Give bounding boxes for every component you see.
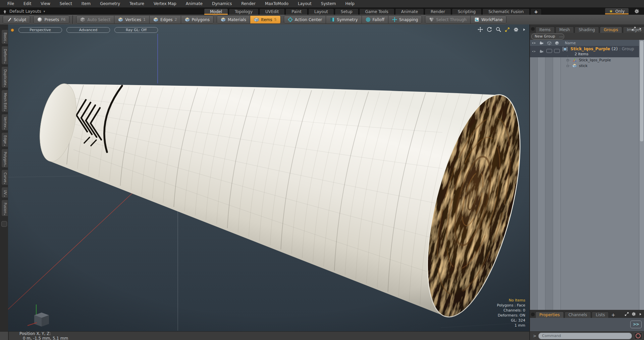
zoom-icon[interactable] — [496, 27, 501, 32]
tab-topology[interactable]: Topology — [229, 8, 259, 15]
polygons-mode-button[interactable]: Polygons — [181, 16, 213, 23]
tab-shading[interactable]: Shading — [575, 26, 599, 33]
menu-dynamics[interactable]: Dynamics — [207, 1, 236, 6]
vertices-mode-button[interactable]: Vertices 1 — [114, 16, 150, 23]
panel-gear-icon[interactable] — [632, 312, 636, 316]
tab-mesh[interactable]: Mesh ... — [555, 26, 574, 33]
panel-expand-icon[interactable] — [632, 26, 636, 31]
menu-animate[interactable]: Animate — [181, 1, 207, 6]
command-history-button[interactable] — [634, 332, 642, 340]
menu-system[interactable]: System — [316, 1, 341, 6]
presets-button[interactable]: Presets F6 — [34, 16, 69, 23]
tab-render[interactable]: Render — [425, 8, 451, 15]
panel-flyout-icon[interactable] — [639, 313, 642, 316]
tab-model[interactable]: Model — [204, 8, 228, 15]
viewport-state-dot[interactable] — [11, 28, 14, 32]
tree-expand-bullet[interactable] — [567, 65, 569, 67]
menu-edit[interactable]: Edit — [19, 1, 36, 6]
shading-mode-button[interactable]: Advanced — [66, 27, 110, 33]
add-panel-tab-button[interactable]: + — [609, 312, 617, 318]
overflow-button[interactable]: >> — [630, 321, 642, 328]
menu-maxtomodo[interactable]: MaxToModo — [260, 1, 293, 6]
scrollbar-thumb[interactable] — [640, 41, 643, 141]
sculpt-button[interactable]: Sculpt — [3, 16, 30, 23]
menu-texture[interactable]: Texture — [125, 1, 149, 6]
group-row-stick-iqos-purple[interactable]: Stick_Iqos_Purple (2) : Group 2 Items — [530, 46, 639, 57]
tool-tab-deform[interactable]: Deform — [1, 46, 8, 64]
tab-groups[interactable]: Groups — [600, 26, 622, 33]
tool-tab-basic[interactable]: Basic — [1, 29, 8, 44]
menu-view[interactable]: View — [36, 1, 55, 6]
materials-mode-button[interactable]: Materials — [217, 16, 250, 23]
tab-layout[interactable]: Layout — [308, 8, 334, 15]
3d-scene-canvas[interactable] — [8, 24, 529, 331]
tab-channels[interactable]: Channels — [565, 312, 591, 318]
workplane-button[interactable]: WorkPlane — [471, 16, 506, 23]
group-toggle-checkbox[interactable] — [554, 49, 560, 53]
maximize-icon[interactable] — [505, 27, 510, 32]
add-layout-tab-button[interactable]: + — [530, 8, 542, 15]
auto-select-toggle[interactable]: Auto Select — [76, 16, 114, 23]
menu-render[interactable]: Render — [236, 1, 260, 6]
tool-tab-duplicate[interactable]: Duplicate — [1, 66, 8, 88]
tree-scrollbar[interactable] — [639, 40, 644, 310]
shaded-toggle-icon[interactable] — [555, 41, 559, 45]
group-toggle-checkbox[interactable] — [546, 49, 552, 53]
menu-layout[interactable]: Layout — [293, 1, 316, 6]
render-toggle-icon[interactable] — [539, 41, 544, 45]
menu-help[interactable]: Help — [341, 1, 359, 6]
select-through-toggle[interactable]: Select Through — [425, 16, 471, 23]
tool-tab-uv[interactable]: UV — [1, 187, 8, 198]
tree-item-stick[interactable]: stick — [530, 63, 639, 69]
tool-tab-polygon[interactable]: Polygon — [1, 149, 8, 168]
items-mode-button[interactable]: Items 5 — [250, 16, 280, 23]
layout-gear-icon[interactable] — [634, 9, 639, 14]
tool-tab-vertex[interactable]: Vertex — [1, 114, 8, 131]
3d-viewport[interactable]: Perspective Advanced Ray GL: Off No Item… — [8, 24, 529, 331]
menu-geometry[interactable]: Geometry — [95, 1, 125, 6]
row-eye-icon[interactable] — [532, 49, 536, 54]
tab-properties[interactable]: Properties — [535, 312, 564, 318]
raygl-mode-button[interactable]: Ray GL: Off — [114, 27, 158, 33]
visibility-eye-icon[interactable] — [532, 41, 536, 45]
tree-item-stick-iqos-purple[interactable]: Stick_Iqos_Purple — [530, 57, 639, 63]
tool-tab-fusion[interactable]: Fusion — [1, 200, 8, 216]
tab-animate[interactable]: Animate — [395, 8, 424, 15]
tab-paint[interactable]: Paint — [285, 8, 308, 15]
camera-mode-button[interactable]: Perspective — [18, 27, 62, 33]
tool-tab-mesh-edit[interactable]: Mesh Edit — [1, 90, 8, 112]
menu-select[interactable]: Select — [55, 1, 77, 6]
collapsed-palette-button[interactable] — [1, 221, 7, 227]
panel-expand-icon[interactable] — [625, 312, 629, 316]
menu-item[interactable]: Item — [77, 1, 95, 6]
edges-mode-button[interactable]: Edges 2 — [150, 16, 181, 23]
tab-schematic-fusion[interactable]: Schematic Fusion — [482, 8, 530, 15]
only-button[interactable]: ★ Only — [605, 8, 629, 14]
panel-thumb-icon[interactable] — [531, 27, 535, 31]
layout-switcher[interactable]: Default Layouts ▾ — [3, 8, 45, 14]
pan-icon[interactable] — [478, 27, 483, 32]
command-input[interactable] — [538, 333, 632, 339]
tab-items[interactable]: Items — [535, 26, 555, 33]
viewport-flyout-icon[interactable] — [522, 28, 526, 31]
tab-lists[interactable]: Lists — [592, 312, 609, 318]
snapping-button[interactable]: Snapping — [388, 16, 422, 23]
tree-expand-bullet[interactable] — [567, 59, 569, 61]
tab-scripting[interactable]: Scripting — [452, 8, 482, 15]
tool-tab-edge[interactable]: Edge — [1, 132, 8, 147]
panel-thumb-icon[interactable] — [531, 313, 535, 316]
action-center-button[interactable]: Action Center — [284, 16, 326, 23]
wireframe-toggle-icon[interactable] — [547, 41, 551, 45]
menu-file[interactable]: File — [3, 1, 19, 6]
row-render-icon[interactable] — [539, 49, 544, 54]
tab-setup[interactable]: Setup — [335, 8, 359, 15]
falloff-button[interactable]: Falloff — [362, 16, 388, 23]
menu-vertex-map[interactable]: Vertex Map — [149, 1, 181, 6]
orbit-icon[interactable] — [487, 27, 492, 32]
tab-uvedit[interactable]: UVEdit — [259, 8, 285, 15]
tool-tab-curve[interactable]: Curve — [1, 169, 8, 186]
symmetry-button[interactable]: Symmetry — [326, 16, 362, 23]
viewport-gear-icon[interactable] — [514, 27, 519, 32]
panel-flyout-icon[interactable] — [639, 27, 642, 30]
tab-game-tools[interactable]: Game Tools — [359, 8, 394, 15]
